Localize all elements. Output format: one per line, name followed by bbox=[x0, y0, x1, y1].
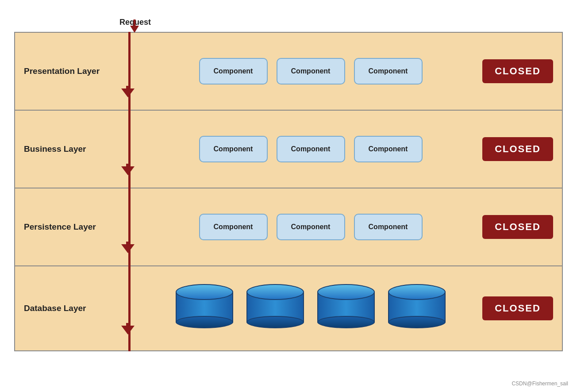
database-arrow bbox=[121, 323, 135, 334]
persistence-arrow-space bbox=[108, 197, 148, 257]
persistence-layer: Persistence Layer Component Component Co… bbox=[14, 188, 563, 266]
svg-marker-8 bbox=[121, 326, 135, 334]
presentation-component-3: Component bbox=[354, 58, 423, 85]
persistence-closed-badge: CLOSED bbox=[482, 215, 553, 239]
presentation-layer-label: Presentation Layer bbox=[24, 66, 108, 76]
svg-marker-6 bbox=[121, 244, 135, 253]
business-layer: Business Layer Component Component Compo… bbox=[14, 111, 563, 188]
presentation-arrow-space bbox=[108, 42, 148, 101]
persistence-arrow bbox=[121, 242, 135, 253]
presentation-component-1: Component bbox=[199, 58, 268, 85]
presentation-components: Component Component Component bbox=[148, 58, 473, 85]
presentation-closed-badge: CLOSED bbox=[482, 59, 553, 83]
layers-container: Presentation Layer Component Component C… bbox=[14, 32, 563, 351]
presentation-arrow bbox=[121, 86, 135, 97]
svg-rect-9 bbox=[126, 323, 130, 327]
business-arrow-space bbox=[108, 119, 148, 179]
database-layer: Database Layer bbox=[14, 266, 563, 351]
business-component-3: Component bbox=[354, 136, 423, 162]
svg-rect-5 bbox=[126, 164, 130, 167]
svg-rect-3 bbox=[126, 86, 130, 89]
persistence-components: Component Component Component bbox=[148, 214, 473, 240]
svg-marker-4 bbox=[121, 166, 135, 175]
watermark: CSDN@Fishermen_sail bbox=[512, 380, 568, 387]
request-arrow bbox=[128, 19, 141, 33]
database-closed-badge: CLOSED bbox=[482, 296, 553, 320]
db-cylinder-1 bbox=[176, 284, 233, 328]
database-layer-label: Database Layer bbox=[24, 304, 108, 313]
db-cylinder-3 bbox=[317, 284, 375, 328]
persistence-layer-label: Persistence Layer bbox=[24, 222, 108, 232]
db-cylinder-2 bbox=[246, 284, 304, 328]
business-closed-badge: CLOSED bbox=[482, 137, 553, 161]
business-component-1: Component bbox=[199, 136, 268, 162]
diagram-wrapper: Request Presentation Layer bbox=[0, 0, 577, 392]
presentation-layer: Presentation Layer Component Component C… bbox=[14, 32, 563, 111]
business-component-2: Component bbox=[277, 136, 345, 162]
persistence-component-3: Component bbox=[354, 214, 423, 240]
business-arrow bbox=[121, 164, 135, 175]
business-layer-label: Business Layer bbox=[24, 144, 108, 154]
svg-marker-1 bbox=[130, 26, 139, 33]
db-cylinder-4 bbox=[388, 284, 446, 328]
business-components: Component Component Component bbox=[148, 136, 473, 162]
persistence-component-1: Component bbox=[199, 214, 268, 240]
presentation-component-2: Component bbox=[277, 58, 345, 85]
database-cylinders bbox=[148, 284, 473, 333]
persistence-component-2: Component bbox=[277, 214, 345, 240]
svg-marker-2 bbox=[121, 88, 135, 97]
vertical-flow-line bbox=[128, 32, 131, 351]
svg-rect-7 bbox=[126, 242, 130, 245]
database-arrow-space bbox=[108, 279, 148, 338]
